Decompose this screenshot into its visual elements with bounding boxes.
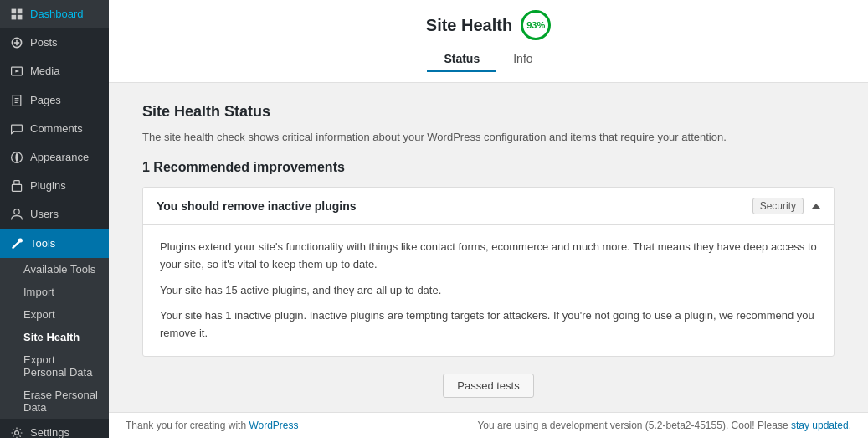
appearance-icon — [10, 151, 23, 164]
posts-icon — [10, 36, 23, 49]
accordion-header[interactable]: You should remove inactive plugins Secur… — [143, 188, 834, 225]
sidebar-item-dashboard-label: Dashboard — [30, 7, 84, 22]
footer-right-suffix: . — [849, 420, 851, 431]
accordion-inactive-plugins: You should remove inactive plugins Secur… — [142, 187, 835, 357]
plugins-icon — [10, 179, 23, 193]
pages-icon — [10, 94, 23, 107]
footer-wordpress-link[interactable]: WordPress — [249, 420, 298, 431]
content-body: Site Health Status The site health check… — [109, 83, 868, 412]
accordion-controls: Security — [752, 198, 820, 214]
tabs: Status Info — [126, 47, 851, 72]
dashboard-icon — [10, 8, 23, 21]
sidebar-item-appearance-label: Appearance — [30, 150, 89, 165]
svg-marker-8 — [15, 70, 19, 73]
tab-status[interactable]: Status — [427, 47, 496, 72]
accordion-body-p3: Your site has 1 inactive plugin. Inactiv… — [160, 307, 817, 343]
users-icon — [10, 208, 23, 221]
settings-icon — [10, 426, 23, 438]
sidebar-item-plugins-label: Plugins — [30, 178, 66, 193]
sidebar-item-media-label: Media — [30, 64, 59, 79]
app-wrapper: Dashboard Posts Media Pages Comments App… — [0, 0, 868, 438]
svg-rect-15 — [12, 185, 21, 192]
sidebar-item-comments-label: Comments — [30, 121, 83, 137]
section-desc: The site health check shows critical inf… — [142, 131, 835, 143]
tools-icon — [10, 237, 23, 250]
sub-site-health[interactable]: Site Health — [0, 326, 109, 348]
svg-rect-14 — [14, 181, 19, 185]
accordion-title: You should remove inactive plugins — [157, 199, 357, 213]
tools-submenu: Available Tools Import Export Site Healt… — [0, 258, 109, 419]
sidebar: Dashboard Posts Media Pages Comments App… — [0, 0, 109, 438]
accordion-body-p1: Plugins extend your site's functionality… — [160, 239, 817, 274]
page-title-row: Site Health 93% — [126, 10, 851, 40]
content-header: Site Health 93% Status Info — [109, 0, 868, 83]
svg-rect-3 — [18, 15, 23, 20]
passed-tests-button[interactable]: Passed tests — [443, 374, 533, 398]
sidebar-item-posts-label: Posts — [30, 35, 58, 50]
sidebar-item-appearance[interactable]: Appearance — [0, 143, 109, 172]
svg-rect-0 — [12, 9, 17, 14]
sidebar-item-settings-label: Settings — [30, 425, 69, 438]
improvements-heading: 1 Recommended improvements — [142, 160, 835, 175]
sidebar-item-users-label: Users — [30, 207, 59, 222]
footer-right: You are using a development version (5.2… — [477, 420, 851, 431]
main-content: Site Health 93% Status Info Site Health … — [109, 0, 868, 438]
sidebar-item-users[interactable]: Users — [0, 200, 109, 229]
sidebar-item-pages-label: Pages — [30, 93, 61, 108]
sidebar-item-settings[interactable]: Settings — [0, 419, 109, 438]
svg-rect-1 — [18, 9, 23, 14]
sub-available-tools[interactable]: Available Tools — [0, 258, 109, 281]
health-score: 93% — [521, 10, 551, 40]
sub-erase-personal[interactable]: Erase Personal Data — [0, 384, 109, 419]
sidebar-item-pages[interactable]: Pages — [0, 86, 109, 115]
sub-import[interactable]: Import — [0, 281, 109, 303]
section-title: Site Health Status — [142, 103, 835, 121]
svg-point-16 — [14, 209, 19, 214]
footer-right-prefix: You are using a development version (5.2… — [477, 420, 790, 431]
sidebar-item-tools[interactable]: Tools — [0, 229, 109, 258]
security-badge: Security — [752, 198, 804, 214]
sidebar-item-tools-label: Tools — [30, 236, 55, 251]
media-icon — [10, 64, 23, 78]
tab-info[interactable]: Info — [496, 47, 549, 72]
comments-icon — [10, 122, 23, 136]
svg-rect-2 — [12, 15, 17, 20]
sidebar-item-dashboard[interactable]: Dashboard — [0, 0, 109, 28]
sidebar-item-posts[interactable]: Posts — [0, 28, 109, 57]
footer: Thank you for creating with WordPress Yo… — [109, 412, 868, 438]
accordion-body-p2: Your site has 15 active plugins, and the… — [160, 282, 817, 300]
svg-point-17 — [15, 430, 19, 435]
sidebar-item-comments[interactable]: Comments — [0, 115, 109, 143]
footer-left: Thank you for creating with WordPress — [126, 420, 299, 431]
sidebar-item-plugins[interactable]: Plugins — [0, 172, 109, 200]
footer-left-text: Thank you for creating with — [126, 420, 249, 431]
chevron-up-icon — [812, 204, 820, 209]
accordion-body: Plugins extend your site's functionality… — [143, 225, 834, 356]
sidebar-item-media[interactable]: Media — [0, 57, 109, 85]
page-title: Site Health — [426, 16, 512, 35]
passed-tests-row: Passed tests — [142, 374, 835, 398]
footer-stay-updated-link[interactable]: stay updated — [791, 420, 849, 431]
sub-export-personal[interactable]: Export Personal Data — [0, 348, 109, 384]
sub-export[interactable]: Export — [0, 303, 109, 326]
